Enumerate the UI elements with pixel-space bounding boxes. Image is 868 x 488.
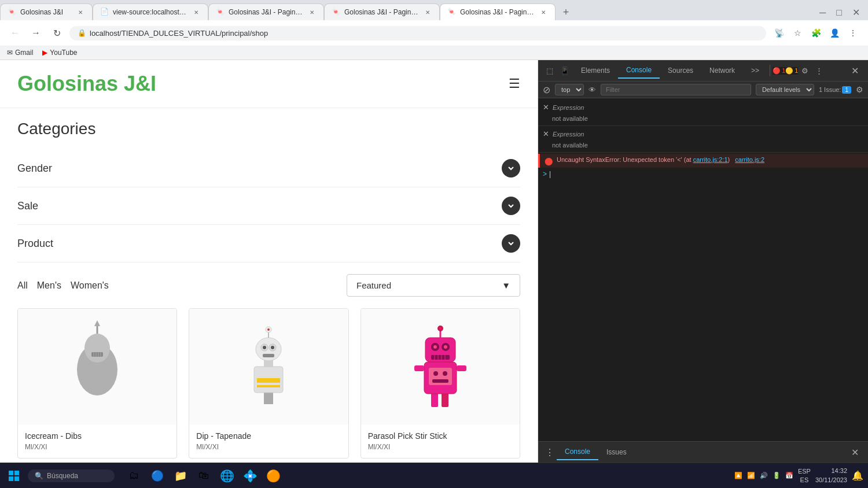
menu-button[interactable]: ⋮ <box>845 25 861 41</box>
category-gender[interactable]: Gender <box>17 150 520 187</box>
context-selector[interactable]: top <box>555 84 584 95</box>
console-filter-input[interactable] <box>601 84 751 95</box>
filter-all[interactable]: All <box>17 278 28 293</box>
taskbar-app-chrome[interactable]: 🟠 <box>263 465 284 486</box>
tab-favicon-2: 📄 <box>100 8 109 17</box>
lang-label: ESP <box>798 467 811 475</box>
tab-title-1: Golosinas J&I <box>20 8 72 16</box>
new-tab-button[interactable]: + <box>558 4 574 20</box>
devtools-bottom-tab-issues[interactable]: Issues <box>598 445 635 460</box>
devtools-tab-more[interactable]: >> <box>743 63 767 78</box>
extensions-button[interactable]: 🧩 <box>808 25 824 41</box>
devtools-panel: ⬚ 📱 Elements Console Sources Network >> … <box>538 60 868 463</box>
filter-mens[interactable]: Men's <box>37 278 61 293</box>
bookmark-button[interactable]: ☆ <box>789 25 806 41</box>
bookmarks-bar: ✉ Gmail ▶ YouTube <box>0 46 868 60</box>
expression-2-header: ✕ Expression <box>538 127 868 141</box>
bookmark-gmail[interactable]: ✉ Gmail <box>7 49 33 57</box>
live-expression-icon[interactable]: 👁 <box>589 86 596 94</box>
devtools-bottom-kebab[interactable]: ⋮ <box>543 445 557 460</box>
devtools-bottom-tab-console[interactable]: Console <box>557 444 598 460</box>
notification-button[interactable]: 🔔 <box>852 470 863 481</box>
expression-2-close[interactable]: ✕ <box>543 130 549 138</box>
volume-icon[interactable]: 🔊 <box>760 472 768 479</box>
hamburger-menu[interactable]: ☰ <box>509 76 520 91</box>
svg-rect-17 <box>257 385 280 387</box>
tab-3[interactable]: 🍬 Golosinas J&I - Pagina no encor... ✕ <box>208 3 324 20</box>
devtools-settings-icon[interactable]: ⚙ <box>798 64 812 77</box>
taskbar-app-files[interactable]: 🗂 <box>124 465 145 486</box>
battery-icon[interactable]: 🔋 <box>773 472 781 479</box>
gender-chevron-icon[interactable] <box>502 159 520 178</box>
forward-button[interactable]: → <box>28 25 44 41</box>
console-settings-icon[interactable]: ⚙ <box>856 85 863 94</box>
product-chevron-icon[interactable] <box>502 234 520 253</box>
product-name-2: Dip - Tapenade <box>196 431 341 441</box>
devtools-device-icon[interactable]: 📱 <box>557 64 573 77</box>
error-link-1[interactable]: carrito.js:2:1 <box>693 156 728 163</box>
category-sale-label: Sale <box>17 200 38 212</box>
lang-region: ES <box>798 476 811 484</box>
tab-close-1[interactable]: ✕ <box>76 8 85 17</box>
minimize-button[interactable]: ─ <box>816 6 829 19</box>
reload-button[interactable]: ↻ <box>49 25 65 41</box>
chevron-up-icon[interactable]: 🔼 <box>734 472 742 479</box>
bookmark-youtube[interactable]: ▶ YouTube <box>42 49 77 57</box>
svg-rect-51 <box>9 471 13 475</box>
tab-close-2[interactable]: ✕ <box>192 8 201 17</box>
devtools-close-button[interactable]: ✕ <box>847 63 863 79</box>
filter-womens[interactable]: Women's <box>71 278 109 293</box>
close-window-button[interactable]: ✕ <box>849 6 863 19</box>
filter-bar: All Men's Women's Featured ▼ <box>17 274 520 297</box>
filter-tabs: All Men's Women's <box>17 278 109 293</box>
tab-2[interactable]: 📄 view-source:localhost/TIENDA_... ✕ <box>93 3 208 20</box>
devtools-tab-console[interactable]: Console <box>618 62 660 79</box>
product-card-2[interactable]: Dip - Tapenade Ml/X/XI <box>189 308 348 459</box>
featured-chevron-icon: ▼ <box>502 280 510 290</box>
tab-bar: 🍬 Golosinas J&I ✕ 📄 view-source:localhos… <box>0 0 868 20</box>
start-button[interactable] <box>5 467 23 485</box>
category-product[interactable]: Product <box>17 225 520 263</box>
cast-button[interactable]: 📡 <box>771 25 787 41</box>
devtools-kebab-icon[interactable]: ⋮ <box>812 64 826 77</box>
taskbar-search[interactable]: 🔍 Búsqueda <box>28 469 115 482</box>
taskbar-right: 🔼 📶 🔊 🔋 📅 ESP ES 14:32 30/11/2023 🔔 <box>734 467 863 485</box>
devtools-tab-network[interactable]: Network <box>701 63 743 78</box>
product-card-1[interactable]: Icecream - Dibs Ml/X/XI <box>17 308 177 459</box>
svg-rect-8 <box>91 352 103 357</box>
error-link-2[interactable]: carrito.js:2 <box>735 156 764 163</box>
devtools-tab-sources[interactable]: Sources <box>660 63 701 78</box>
back-button[interactable]: ← <box>7 25 23 41</box>
taskbar-app-edge[interactable]: 🌐 <box>216 465 237 486</box>
tab-close-5[interactable]: ✕ <box>539 8 548 17</box>
network-icon[interactable]: 📶 <box>747 472 755 479</box>
tab-close-4[interactable]: ✕ <box>423 8 432 17</box>
devtools-warn-badge: 🟡 1 <box>785 67 798 75</box>
prompt-cursor[interactable]: | <box>549 170 551 178</box>
tab-1[interactable]: 🍬 Golosinas J&I ✕ <box>0 3 93 20</box>
featured-dropdown[interactable]: Featured ▼ <box>347 274 520 297</box>
tab-favicon-3: 🍬 <box>216 8 225 17</box>
taskbar-app-vs[interactable]: 💠 <box>240 465 260 486</box>
taskbar-app-cortana[interactable]: 🔵 <box>147 465 168 486</box>
sale-chevron-icon[interactable] <box>502 197 520 215</box>
calendar-icon[interactable]: 📅 <box>785 472 793 479</box>
taskbar-app-store[interactable]: 🛍 <box>193 465 214 486</box>
console-clear-icon[interactable]: ⊘ <box>543 84 550 95</box>
category-sale[interactable]: Sale <box>17 187 520 225</box>
profile-button[interactable]: 👤 <box>826 25 843 41</box>
product-card-3[interactable]: Parasol Pick Stir Stick Ml/X/XI <box>361 308 520 459</box>
console-error-row: ⬤ Uncaught SyntaxError: Unexpected token… <box>538 154 868 168</box>
log-levels-select[interactable]: Default levels <box>756 84 814 95</box>
expression-1-close[interactable]: ✕ <box>543 103 549 112</box>
tab-5[interactable]: 🍬 Golosinas J&I - Pagina no encor... ✕ <box>440 3 556 20</box>
devtools-tab-elements[interactable]: Elements <box>573 63 618 78</box>
devtools-inspect-icon[interactable]: ⬚ <box>543 64 557 77</box>
restore-button[interactable]: □ <box>833 6 845 19</box>
tab-4[interactable]: 🍬 Golosinas J&I - Pagina no encor... ✕ <box>324 3 440 20</box>
tab-close-3[interactable]: ✕ <box>307 8 317 17</box>
taskbar-app-explorer[interactable]: 📁 <box>170 465 191 486</box>
devtools-bottom-close[interactable]: ✕ <box>847 445 863 460</box>
address-bar[interactable]: 🔒 localhost/TIENDA_DULCES_VIRTUAL/princi… <box>69 26 766 40</box>
devtools-separator <box>770 65 770 76</box>
